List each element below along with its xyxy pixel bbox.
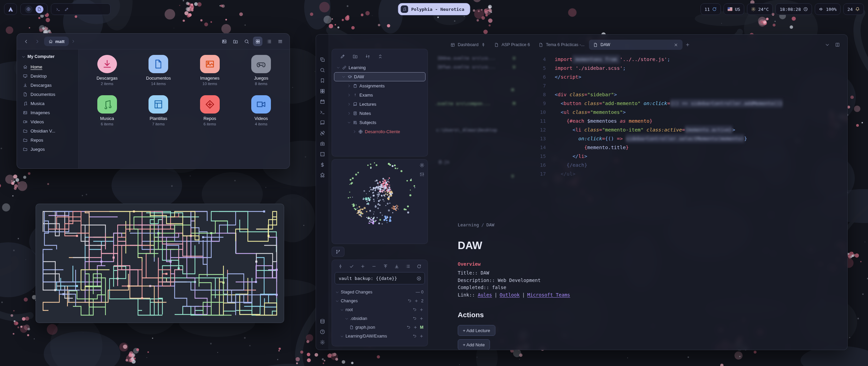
- settings-rail-button[interactable]: [320, 340, 325, 345]
- plus-action-icon-wrap[interactable]: [413, 325, 417, 329]
- power-menu-button[interactable]: [25, 5, 33, 13]
- git-push-button[interactable]: [383, 264, 388, 269]
- broken-links-rail-button[interactable]: [320, 130, 325, 136]
- vault-switcher-rail-button[interactable]: [320, 319, 325, 324]
- button-add-lecture[interactable]: + Add Lecture: [458, 325, 495, 336]
- git-row-changes[interactable]: Changes2: [335, 297, 425, 305]
- git-change-list-button[interactable]: [406, 264, 410, 269]
- chevron-down-icon-wrap[interactable]: [342, 75, 346, 79]
- sidebar-item-obsidian-v[interactable]: Obsidian V...: [20, 126, 75, 136]
- button-add-note[interactable]: + Add Note: [458, 339, 490, 350]
- sidebar-item-musica[interactable]: Musica: [20, 99, 75, 108]
- finance-rail-button[interactable]: [320, 162, 325, 167]
- status-volume[interactable]: 100%: [815, 3, 841, 15]
- undo-action-icon-wrap[interactable]: [407, 325, 411, 329]
- breadcrumb[interactable]: matt: [44, 37, 69, 46]
- status-clock[interactable]: 18:08:28: [775, 3, 812, 15]
- link-microsoft-teams[interactable]: Microsoft Teams: [527, 292, 570, 298]
- random-note-rail-button[interactable]: [320, 151, 325, 157]
- breadcrumb-segment-learning[interactable]: Learning: [458, 222, 479, 227]
- screenshot-tool-button[interactable]: [219, 37, 229, 46]
- tab-list-button[interactable]: [825, 42, 830, 47]
- tree-item-subjects[interactable]: Subjects: [334, 118, 426, 127]
- git-row-graph-json[interactable]: graph.jsonM: [335, 323, 425, 332]
- commit-message-input[interactable]: [338, 276, 414, 281]
- sidebar-item-repos[interactable]: Repos: [20, 136, 75, 145]
- graph-settings-button[interactable]: [419, 163, 425, 168]
- undo-action-icon-wrap[interactable]: [408, 299, 412, 303]
- git-commit-button[interactable]: [338, 264, 343, 269]
- plugins-rail-button[interactable]: [320, 172, 325, 178]
- chevron-down-icon-wrap[interactable]: [347, 121, 351, 124]
- git-row-obsidian[interactable]: .obsidian: [335, 314, 425, 323]
- tree-item-learning[interactable]: Learning: [334, 63, 426, 72]
- folder-musica[interactable]: Musica6 items: [81, 95, 133, 126]
- code-editor[interactable]: 4import mementoes from '../../store.js';…: [534, 55, 783, 178]
- graph-view[interactable]: [332, 160, 428, 244]
- notes-shortcut-button[interactable]: [36, 5, 43, 13]
- breadcrumb-segment-daw[interactable]: DAW: [486, 222, 494, 227]
- note-breadcrumb[interactable]: Learning/DAW: [458, 222, 827, 227]
- camera-rail-button[interactable]: [320, 141, 325, 146]
- media-widget[interactable]: Polyphia - Neurotica: [398, 3, 470, 15]
- git-pull-button[interactable]: [394, 264, 399, 269]
- git-refresh-button[interactable]: [417, 264, 421, 269]
- sidebar-item-desktop[interactable]: Desktop: [20, 72, 75, 81]
- folder-documentos[interactable]: Documentos14 items: [133, 55, 184, 86]
- git-stage-all-button[interactable]: [349, 264, 354, 269]
- chevron-down-icon-wrap[interactable]: [335, 290, 339, 294]
- collapse-all-button[interactable]: [378, 54, 383, 59]
- graph-view-rail-button[interactable]: [320, 88, 325, 94]
- grid-view-button[interactable]: [253, 37, 262, 46]
- reading-rail-button[interactable]: [320, 120, 325, 125]
- sidebar-item-juegos[interactable]: Juegos: [20, 145, 75, 154]
- status-notifications[interactable]: 24: [843, 3, 864, 15]
- plus-action-icon-wrap[interactable]: [419, 334, 423, 338]
- close-tab-button[interactable]: [674, 43, 678, 47]
- list-view-button[interactable]: [264, 37, 274, 46]
- folder-videos[interactable]: Videos4 items: [236, 95, 287, 126]
- tree-item-desarrollo-cliente[interactable]: Desarrollo-Cliente: [334, 127, 426, 136]
- sidebar-item-descargas[interactable]: Descargas: [20, 81, 75, 90]
- link-aules[interactable]: Aules: [478, 292, 492, 298]
- folder-repos[interactable]: Repos6 items: [184, 95, 236, 126]
- sidebar-item-imagenes[interactable]: Imagenes: [20, 108, 75, 117]
- terminal-rail-button[interactable]: [320, 109, 325, 115]
- chevron-down-icon-wrap[interactable]: [345, 317, 349, 321]
- new-folder-button[interactable]: [353, 54, 358, 59]
- files-rail-button[interactable]: [320, 57, 325, 62]
- chevron-right-icon-wrap[interactable]: [347, 93, 351, 97]
- tab-dashboard[interactable]: Dashboard: [446, 40, 490, 50]
- app-launcher-button[interactable]: [4, 3, 17, 15]
- folder-imagenes[interactable]: Imagenes10 items: [184, 55, 236, 86]
- forward-button[interactable]: [33, 37, 42, 46]
- sidebar-item-videos[interactable]: Videos: [20, 117, 75, 126]
- status-keyboard-layout[interactable]: US: [724, 3, 744, 15]
- undo-action-icon-wrap[interactable]: [413, 317, 417, 321]
- chevron-down-icon-wrap[interactable]: [340, 334, 344, 338]
- search-rail-button[interactable]: [320, 67, 325, 73]
- chevron-right-icon-wrap[interactable]: [347, 111, 351, 115]
- folder-plantillas[interactable]: Plantillas7 items: [133, 95, 184, 126]
- tree-item-exams[interactable]: Exams: [334, 90, 426, 100]
- tree-item-assignments[interactable]: Assignments: [334, 81, 426, 90]
- git-row-root[interactable]: root: [335, 305, 425, 314]
- bookmarks-rail-button[interactable]: [320, 78, 325, 83]
- chevron-down-icon-wrap[interactable]: [336, 66, 340, 69]
- git-row-staged-changes[interactable]: Staged Changes— 0: [335, 288, 425, 297]
- new-note-button[interactable]: [340, 54, 345, 59]
- chevron-down-icon-wrap[interactable]: [340, 308, 344, 312]
- folder-descargas[interactable]: Descargas2 items: [81, 55, 133, 86]
- search-button[interactable]: [242, 37, 251, 46]
- status-updates[interactable]: 11: [701, 3, 721, 15]
- git-unstage-button[interactable]: [372, 264, 376, 269]
- status-weather[interactable]: 24°C: [747, 3, 773, 15]
- chevron-right-icon-wrap[interactable]: [347, 102, 351, 106]
- sidebar-item-home[interactable]: Home: [20, 62, 75, 72]
- plus-action-icon-wrap[interactable]: [419, 317, 423, 321]
- git-stage-button[interactable]: [360, 264, 365, 269]
- chevron-right-icon-wrap[interactable]: [347, 84, 351, 88]
- workspace-client-2[interactable]: [64, 7, 69, 12]
- git-panel-tab[interactable]: [332, 247, 344, 257]
- graph-filter-button[interactable]: [419, 172, 425, 177]
